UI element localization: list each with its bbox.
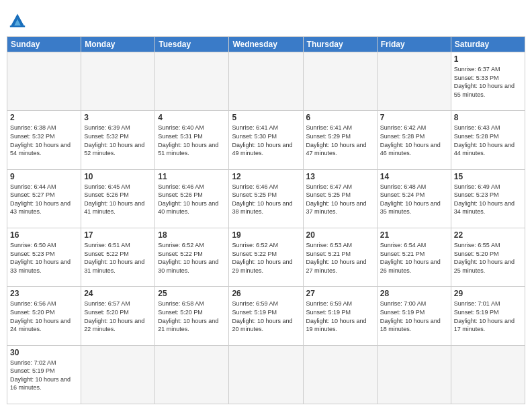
day-number: 2 — [10, 113, 78, 122]
col-saturday: Saturday — [451, 37, 525, 52]
day-info: Sunrise: 6:40 AM Sunset: 5:31 PM Dayligh… — [158, 124, 226, 157]
calendar-day-cell: 25Sunrise: 6:58 AM Sunset: 5:20 PM Dayli… — [155, 287, 229, 345]
day-info: Sunrise: 6:55 AM Sunset: 5:20 PM Dayligh… — [454, 241, 522, 275]
day-info: Sunrise: 6:47 AM Sunset: 5:25 PM Dayligh… — [306, 183, 374, 216]
day-info: Sunrise: 6:38 AM Sunset: 5:32 PM Dayligh… — [10, 124, 78, 157]
calendar-day-cell: 1Sunrise: 6:37 AM Sunset: 5:33 PM Daylig… — [451, 52, 525, 111]
calendar-day-cell: 4Sunrise: 6:40 AM Sunset: 5:31 PM Daylig… — [155, 111, 229, 169]
day-number: 1 — [454, 54, 522, 64]
day-info: Sunrise: 6:41 AM Sunset: 5:30 PM Dayligh… — [232, 124, 300, 157]
calendar-day-cell: 8Sunrise: 6:43 AM Sunset: 5:28 PM Daylig… — [451, 111, 525, 169]
day-info: Sunrise: 7:01 AM Sunset: 5:19 PM Dayligh… — [454, 300, 522, 333]
calendar-day-cell — [303, 52, 377, 111]
calendar-day-cell — [303, 345, 377, 404]
calendar-day-cell — [155, 345, 229, 404]
day-info: Sunrise: 6:53 AM Sunset: 5:21 PM Dayligh… — [306, 241, 374, 275]
calendar-week-row: 16Sunrise: 6:50 AM Sunset: 5:23 PM Dayli… — [7, 228, 525, 286]
calendar-day-cell: 11Sunrise: 6:46 AM Sunset: 5:26 PM Dayli… — [155, 169, 229, 228]
calendar-day-cell: 2Sunrise: 6:38 AM Sunset: 5:32 PM Daylig… — [7, 111, 81, 169]
calendar-day-cell — [451, 345, 525, 404]
day-info: Sunrise: 6:50 AM Sunset: 5:23 PM Dayligh… — [10, 241, 78, 275]
header — [7, 7, 525, 31]
calendar-table: Sunday Monday Tuesday Wednesday Thursday… — [7, 36, 525, 404]
day-number: 5 — [232, 113, 300, 122]
day-number: 22 — [454, 230, 522, 240]
day-number: 20 — [306, 230, 374, 240]
calendar-day-cell: 20Sunrise: 6:53 AM Sunset: 5:21 PM Dayli… — [303, 228, 377, 286]
calendar-day-cell: 12Sunrise: 6:46 AM Sunset: 5:25 PM Dayli… — [229, 169, 303, 228]
day-info: Sunrise: 6:59 AM Sunset: 5:19 PM Dayligh… — [232, 300, 300, 333]
calendar-day-cell — [229, 52, 303, 111]
col-tuesday: Tuesday — [155, 37, 229, 52]
day-info: Sunrise: 6:57 AM Sunset: 5:20 PM Dayligh… — [84, 300, 152, 333]
day-info: Sunrise: 6:52 AM Sunset: 5:22 PM Dayligh… — [232, 241, 300, 275]
col-thursday: Thursday — [303, 37, 377, 52]
calendar-day-cell: 13Sunrise: 6:47 AM Sunset: 5:25 PM Dayli… — [303, 169, 377, 228]
day-info: Sunrise: 6:39 AM Sunset: 5:32 PM Dayligh… — [84, 124, 152, 157]
logo-icon — [7, 9, 28, 31]
day-info: Sunrise: 6:51 AM Sunset: 5:22 PM Dayligh… — [84, 241, 152, 275]
day-info: Sunrise: 6:52 AM Sunset: 5:22 PM Dayligh… — [158, 241, 226, 275]
calendar-day-cell: 10Sunrise: 6:45 AM Sunset: 5:26 PM Dayli… — [81, 169, 155, 228]
calendar-day-cell: 6Sunrise: 6:41 AM Sunset: 5:29 PM Daylig… — [303, 111, 377, 169]
calendar-day-cell — [377, 345, 451, 404]
day-number: 24 — [84, 289, 152, 298]
calendar-day-cell: 7Sunrise: 6:42 AM Sunset: 5:28 PM Daylig… — [377, 111, 451, 169]
calendar-day-cell: 24Sunrise: 6:57 AM Sunset: 5:20 PM Dayli… — [81, 287, 155, 345]
col-wednesday: Wednesday — [229, 37, 303, 52]
day-info: Sunrise: 7:00 AM Sunset: 5:19 PM Dayligh… — [380, 300, 448, 333]
day-number: 11 — [158, 172, 226, 181]
day-number: 4 — [158, 113, 226, 122]
calendar-day-cell: 15Sunrise: 6:49 AM Sunset: 5:23 PM Dayli… — [451, 169, 525, 228]
calendar-day-cell: 19Sunrise: 6:52 AM Sunset: 5:22 PM Dayli… — [229, 228, 303, 286]
day-number: 6 — [306, 113, 374, 122]
calendar-day-cell: 16Sunrise: 6:50 AM Sunset: 5:23 PM Dayli… — [7, 228, 81, 286]
day-number: 25 — [158, 289, 226, 298]
day-number: 8 — [454, 113, 522, 122]
day-number: 30 — [10, 348, 78, 357]
calendar-day-cell: 18Sunrise: 6:52 AM Sunset: 5:22 PM Dayli… — [155, 228, 229, 286]
day-info: Sunrise: 6:59 AM Sunset: 5:19 PM Dayligh… — [306, 300, 374, 333]
calendar-day-cell: 14Sunrise: 6:48 AM Sunset: 5:24 PM Dayli… — [377, 169, 451, 228]
day-number: 23 — [10, 289, 78, 298]
col-sunday: Sunday — [7, 37, 81, 52]
day-info: Sunrise: 6:49 AM Sunset: 5:23 PM Dayligh… — [454, 183, 522, 216]
day-info: Sunrise: 6:45 AM Sunset: 5:26 PM Dayligh… — [84, 183, 152, 216]
calendar-day-cell: 22Sunrise: 6:55 AM Sunset: 5:20 PM Dayli… — [451, 228, 525, 286]
day-number: 21 — [380, 230, 448, 240]
day-info: Sunrise: 6:56 AM Sunset: 5:20 PM Dayligh… — [10, 300, 78, 333]
calendar-day-cell — [229, 345, 303, 404]
day-number: 16 — [10, 230, 78, 240]
day-info: Sunrise: 6:42 AM Sunset: 5:28 PM Dayligh… — [380, 124, 448, 157]
calendar-day-cell — [81, 345, 155, 404]
day-info: Sunrise: 6:41 AM Sunset: 5:29 PM Dayligh… — [306, 124, 374, 157]
calendar-day-cell: 5Sunrise: 6:41 AM Sunset: 5:30 PM Daylig… — [229, 111, 303, 169]
calendar-week-row: 23Sunrise: 6:56 AM Sunset: 5:20 PM Dayli… — [7, 287, 525, 345]
calendar-day-cell — [155, 52, 229, 111]
day-number: 9 — [10, 172, 78, 181]
calendar-day-cell: 26Sunrise: 6:59 AM Sunset: 5:19 PM Dayli… — [229, 287, 303, 345]
day-number: 12 — [232, 172, 300, 181]
calendar-day-cell: 30Sunrise: 7:02 AM Sunset: 5:19 PM Dayli… — [7, 345, 81, 404]
day-info: Sunrise: 6:54 AM Sunset: 5:21 PM Dayligh… — [380, 241, 448, 275]
calendar-week-row: 1Sunrise: 6:37 AM Sunset: 5:33 PM Daylig… — [7, 52, 525, 111]
calendar-day-cell: 17Sunrise: 6:51 AM Sunset: 5:22 PM Dayli… — [81, 228, 155, 286]
svg-rect-2 — [10, 26, 25, 27]
calendar-week-row: 30Sunrise: 7:02 AM Sunset: 5:19 PM Dayli… — [7, 345, 525, 404]
day-info: Sunrise: 6:46 AM Sunset: 5:26 PM Dayligh… — [158, 183, 226, 216]
calendar-week-row: 2Sunrise: 6:38 AM Sunset: 5:32 PM Daylig… — [7, 111, 525, 169]
calendar-day-cell: 29Sunrise: 7:01 AM Sunset: 5:19 PM Dayli… — [451, 287, 525, 345]
day-number: 29 — [454, 289, 522, 298]
calendar-week-row: 9Sunrise: 6:44 AM Sunset: 5:27 PM Daylig… — [7, 169, 525, 228]
day-number: 18 — [158, 230, 226, 240]
calendar-header-row: Sunday Monday Tuesday Wednesday Thursday… — [7, 37, 525, 52]
calendar-day-cell — [81, 52, 155, 111]
calendar-day-cell: 3Sunrise: 6:39 AM Sunset: 5:32 PM Daylig… — [81, 111, 155, 169]
day-info: Sunrise: 6:58 AM Sunset: 5:20 PM Dayligh… — [158, 300, 226, 333]
day-number: 10 — [84, 172, 152, 181]
col-monday: Monday — [81, 37, 155, 52]
day-number: 19 — [232, 230, 300, 240]
day-number: 13 — [306, 172, 374, 181]
logo — [7, 7, 31, 31]
calendar-day-cell: 21Sunrise: 6:54 AM Sunset: 5:21 PM Dayli… — [377, 228, 451, 286]
